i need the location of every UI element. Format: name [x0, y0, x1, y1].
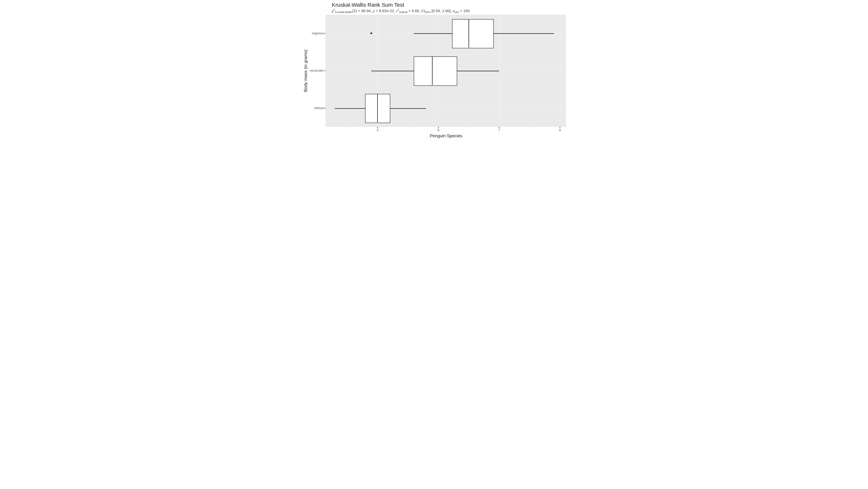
median-line	[432, 56, 433, 85]
y-axis-ticks: virginica versicolor setosa	[309, 14, 326, 127]
x-axis-title: Penguin Species	[326, 133, 566, 139]
plot-area: Body mass (in grams) virginica versicolo…	[302, 14, 566, 127]
y-tick: virginica	[309, 31, 326, 35]
stat-ci: CI95% [0.59, 1.00]	[421, 9, 451, 13]
tick-mark	[438, 127, 439, 128]
outlier-point	[370, 32, 372, 34]
plot-panel	[326, 14, 566, 127]
y-tick-label: setosa	[314, 106, 324, 110]
tick-mark	[377, 127, 378, 128]
stat-nobs: nobs = 150	[453, 9, 470, 13]
whisker-hi	[493, 33, 554, 34]
chart-title: Kruskal-Wallis Rank Sum Test	[332, 2, 566, 8]
median-line	[469, 19, 469, 48]
stat-epsilon: ε2ordinal = 0.65	[396, 9, 419, 13]
tick-mark	[560, 127, 560, 128]
y-tick-label: virginica	[312, 31, 324, 35]
median-line	[377, 94, 378, 122]
x-axis-ticks: 5678	[326, 127, 566, 133]
x-tick: 6	[437, 127, 439, 132]
whisker-hi	[390, 108, 426, 109]
whisker-lo	[335, 108, 365, 109]
whisker-hi	[457, 71, 499, 71]
box-virginica	[452, 19, 494, 48]
x-tick-label: 6	[437, 128, 439, 132]
stat-df: 2	[353, 9, 356, 13]
x-tick: 7	[498, 127, 500, 132]
tick-mark	[499, 127, 499, 128]
y-tick: versicolor	[309, 69, 326, 72]
x-tick-label: 7	[498, 128, 500, 132]
x-axis: 5678	[302, 127, 566, 133]
y-tick-label: versicolor	[310, 69, 324, 72]
box-versicolor	[414, 56, 457, 86]
stat-chi2: χ2Kruskal-Wallis(2) = 96.94	[332, 9, 371, 13]
y-axis-title: Body mass (in grams)	[302, 14, 309, 127]
y-tick: setosa	[309, 106, 326, 110]
x-tick: 8	[559, 127, 561, 132]
whisker-lo	[371, 71, 414, 71]
stat-p: p = 8.92e-22	[373, 9, 394, 13]
x-tick: 5	[377, 127, 379, 132]
chart-subtitle: χ2Kruskal-Wallis(2) = 96.94, p = 8.92e-2…	[332, 9, 566, 13]
x-tick-label: 5	[377, 128, 379, 132]
whisker-lo	[414, 33, 452, 34]
chart-figure: Kruskal-Wallis Rank Sum Test χ2Kruskal-W…	[298, 0, 569, 142]
x-tick-label: 8	[559, 128, 561, 132]
